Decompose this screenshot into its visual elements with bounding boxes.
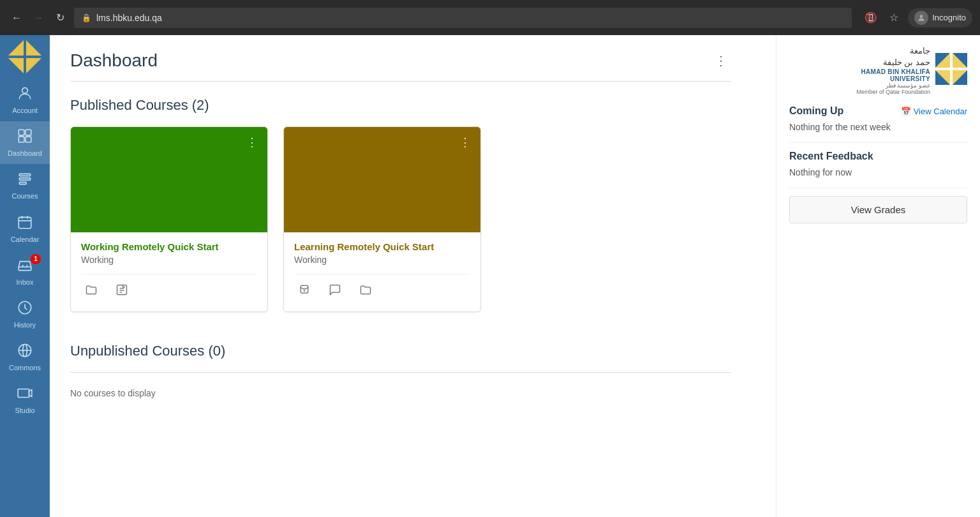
- courses-icon: [17, 170, 33, 190]
- course-folder-button-1[interactable]: [81, 280, 101, 300]
- back-button[interactable]: ←: [8, 9, 26, 27]
- avatar: [914, 11, 928, 25]
- main-content: Dashboard ⋮ Published Courses (2) ⋮ Work…: [50, 35, 776, 517]
- course-card-image-2: ⋮: [284, 127, 480, 232]
- svg-rect-25: [117, 285, 127, 295]
- course-card-title-2[interactable]: Learning Remotely Quick Start: [294, 241, 470, 252]
- sidebar-item-commons[interactable]: Commons: [0, 336, 50, 378]
- university-logo-icon: [935, 53, 967, 87]
- browser-nav: ← → ↻: [8, 9, 69, 27]
- sidebar-logo[interactable]: [6, 38, 44, 76]
- sidebar-item-history[interactable]: History: [0, 293, 50, 336]
- dashboard-icon: [17, 128, 33, 147]
- university-logo: جامعة حمد بن خليفة HAMAD BIN KHALIFA UNI…: [856, 45, 967, 95]
- panel-divider-1: [789, 142, 967, 143]
- sidebar-item-account[interactable]: Account: [0, 79, 50, 121]
- nothing-next-week-text: Nothing for the next week: [789, 122, 967, 132]
- course-card-body-2: Learning Remotely Quick Start Working: [284, 232, 480, 311]
- course-card-menu-2[interactable]: ⋮: [456, 133, 474, 151]
- sidebar-item-calendar[interactable]: Calendar: [0, 207, 50, 250]
- published-courses-title: Published Courses (2): [70, 97, 731, 114]
- svg-rect-11: [26, 130, 31, 135]
- studio-icon: [17, 385, 33, 404]
- sidebar-label-calendar: Calendar: [11, 236, 40, 244]
- svg-rect-15: [19, 178, 30, 180]
- inbox-badge: 1: [31, 254, 41, 264]
- calendar-icon: [17, 214, 33, 233]
- course-card-working-remotely: ⋮ Working Remotely Quick Start Working: [70, 126, 268, 312]
- course-announce-button-2[interactable]: [294, 280, 315, 300]
- browser-actions: 📵 ☆ Incognito: [862, 8, 972, 27]
- sidebar-item-dashboard[interactable]: Dashboard: [0, 121, 50, 164]
- sidebar-item-courses[interactable]: Courses: [0, 164, 50, 207]
- course-card-status-2: Working: [294, 255, 470, 265]
- view-grades-button[interactable]: View Grades: [789, 196, 967, 223]
- sidebar-item-inbox[interactable]: 1 Inbox: [0, 250, 50, 293]
- sidebar: Account Dashboard Courses Calendar 1: [0, 35, 50, 517]
- incognito-label: Incognito: [932, 13, 966, 22]
- page-menu-button[interactable]: ⋮: [711, 50, 731, 71]
- sidebar-label-studio: Studio: [15, 407, 34, 415]
- commons-icon: [17, 342, 33, 361]
- coming-up-header: Coming Up 📅 View Calendar: [789, 105, 967, 117]
- coming-up-title: Coming Up: [789, 105, 843, 117]
- course-card-actions-2: [294, 274, 470, 303]
- svg-rect-12: [19, 137, 24, 142]
- sidebar-label-commons: Commons: [9, 364, 41, 372]
- course-card-status-1: Working: [81, 255, 257, 265]
- sidebar-label-account: Account: [12, 107, 38, 115]
- svg-rect-16: [19, 183, 26, 184]
- page-header: Dashboard ⋮: [70, 50, 731, 71]
- course-card-body-1: Working Remotely Quick Start Working: [71, 232, 267, 311]
- course-card-learning-remotely: ⋮ Learning Remotely Quick Start Working: [283, 126, 481, 312]
- right-panel: جامعة حمد بن خليفة HAMAD BIN KHALIFA UNI…: [776, 35, 980, 517]
- sidebar-label-inbox: Inbox: [17, 278, 34, 287]
- svg-point-0: [920, 15, 923, 18]
- header-divider: [70, 81, 731, 82]
- forward-button[interactable]: →: [29, 9, 47, 27]
- course-card-title-1[interactable]: Working Remotely Quick Start: [81, 241, 257, 252]
- no-camera-icon[interactable]: 📵: [862, 9, 880, 27]
- svg-point-9: [22, 87, 28, 93]
- course-card-menu-1[interactable]: ⋮: [243, 133, 261, 151]
- university-name-english: HAMAD BIN KHALIFA UNIVERSITY: [856, 68, 930, 82]
- url-text: lms.hbku.edu.qa: [96, 13, 162, 23]
- sidebar-item-studio[interactable]: Studio: [0, 378, 50, 421]
- courses-grid: ⋮ Working Remotely Quick Start Working: [70, 126, 731, 312]
- course-card-actions-1: [81, 274, 257, 303]
- incognito-button[interactable]: Incognito: [908, 8, 972, 27]
- course-discuss-button-2[interactable]: [325, 280, 345, 300]
- reload-button[interactable]: ↻: [51, 9, 69, 27]
- unpublished-courses-title: Unpublished Courses (0): [70, 343, 731, 359]
- university-subtitle: عضو مؤسسة قطر Member of Qatar Foundation: [856, 82, 930, 95]
- browser-chrome: ← → ↻ 🔒 lms.hbku.edu.qa 📵 ☆ Incognito: [0, 0, 980, 35]
- university-name: جامعة حمد بن خليفة HAMAD BIN KHALIFA UNI…: [856, 45, 930, 95]
- recent-feedback-title: Recent Feedback: [789, 151, 967, 162]
- course-folder-button-2[interactable]: [355, 280, 376, 300]
- account-icon: [17, 85, 33, 104]
- history-icon: [17, 299, 33, 318]
- lock-icon: 🔒: [82, 13, 91, 22]
- coming-up-section: Coming Up 📅 View Calendar Nothing for th…: [789, 105, 967, 132]
- panel-divider-2: [789, 188, 967, 188]
- university-logo-area: جامعة حمد بن خليفة HAMAD BIN KHALIFA UNI…: [789, 45, 967, 95]
- university-name-arabic: جامعة حمد بن خليفة: [856, 45, 930, 68]
- course-card-image-1: ⋮: [71, 127, 267, 232]
- address-bar[interactable]: 🔒 lms.hbku.edu.qa: [74, 8, 852, 28]
- app-container: Account Dashboard Courses Calendar 1: [0, 35, 980, 517]
- view-calendar-button[interactable]: 📅 View Calendar: [901, 107, 967, 116]
- svg-rect-13: [26, 137, 31, 142]
- course-edit-button-1[interactable]: [112, 280, 132, 300]
- svg-rect-24: [18, 389, 29, 398]
- no-courses-text: No courses to display: [70, 388, 731, 398]
- nothing-now-text: Nothing for now: [789, 167, 967, 177]
- svg-rect-10: [19, 130, 24, 135]
- svg-rect-14: [19, 174, 30, 176]
- calendar-small-icon: 📅: [901, 107, 911, 116]
- unpublished-divider: [70, 372, 731, 373]
- sidebar-label-dashboard: Dashboard: [8, 149, 42, 158]
- sidebar-label-courses: Courses: [12, 192, 38, 200]
- view-calendar-label: View Calendar: [914, 107, 967, 116]
- bookmark-icon[interactable]: ☆: [885, 9, 903, 27]
- page-title: Dashboard: [70, 50, 158, 71]
